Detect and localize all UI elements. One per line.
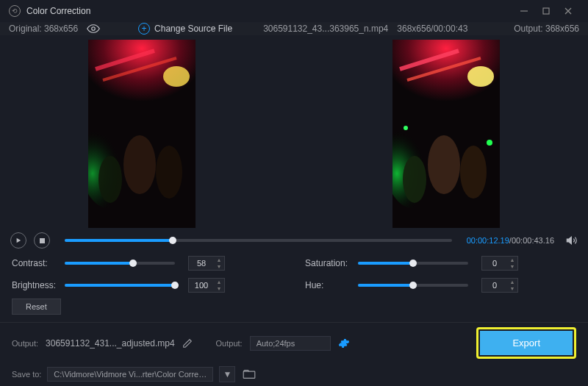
timeline-scrubber[interactable] — [65, 239, 452, 242]
change-source-file[interactable]: + Change Source File — [138, 23, 232, 35]
color-sliders: Contrast: 58▲▼ Saturation: 0▲▼ Brightnes… — [0, 249, 588, 299]
save-to-label: Save to: — [12, 370, 41, 379]
brightness-row: Brightness: 100▲▼ — [12, 278, 283, 293]
saturation-label: Saturation: — [305, 258, 349, 268]
close-button[interactable] — [557, 0, 579, 22]
svg-marker-26 — [567, 237, 571, 243]
source-dims-duration: 368x656/00:00:43 — [397, 24, 467, 34]
contrast-slider[interactable] — [65, 262, 175, 265]
hue-row: Hue: 0▲▼ — [305, 278, 576, 293]
output-dimensions: Output: 368x656 — [514, 24, 579, 34]
edit-filename-icon[interactable] — [182, 338, 193, 349]
minimize-button[interactable] — [513, 0, 535, 22]
svg-point-9 — [123, 135, 156, 194]
hue-value-input[interactable]: 0▲▼ — [481, 278, 518, 293]
preview-eye-icon[interactable] — [87, 22, 100, 35]
saturation-step-down[interactable]: ▼ — [507, 263, 517, 270]
path-dropdown-button[interactable]: ▼ — [219, 366, 235, 382]
brightness-slider[interactable] — [65, 284, 175, 287]
plus-icon: + — [138, 23, 150, 35]
brightness-step-down[interactable]: ▼ — [214, 285, 224, 292]
play-button[interactable] — [10, 232, 26, 249]
svg-point-24 — [404, 126, 408, 130]
svg-point-23 — [487, 140, 492, 146]
svg-rect-27 — [244, 371, 256, 378]
brightness-value-input[interactable]: 100▲▼ — [188, 278, 225, 293]
reset-button[interactable]: Reset — [12, 299, 61, 315]
reset-row: Reset — [0, 299, 588, 322]
export-highlight: Export — [476, 327, 576, 359]
svg-point-17 — [467, 66, 494, 87]
output-filename: 306591132_431..._adjusted.mp4 — [46, 338, 174, 349]
contrast-label: Contrast: — [12, 258, 56, 268]
contrast-row: Contrast: 58▲▼ — [12, 256, 283, 271]
gear-icon[interactable] — [338, 337, 350, 349]
svg-point-20 — [403, 156, 426, 203]
brightness-label: Brightness: — [12, 280, 56, 290]
contrast-step-down[interactable]: ▼ — [214, 263, 224, 270]
maximize-button[interactable] — [535, 0, 557, 22]
stop-button[interactable] — [34, 232, 50, 249]
original-dimensions: Original: 368x656 — [9, 24, 78, 34]
title-bar: ⟲ Color Correction — [0, 0, 588, 22]
app-logo-icon: ⟲ — [9, 5, 21, 17]
output-settings-label: Output: — [216, 339, 243, 348]
output-format-select[interactable]: Auto;24fps — [250, 336, 331, 351]
svg-point-4 — [92, 27, 96, 31]
original-preview — [88, 40, 196, 228]
svg-point-11 — [98, 156, 122, 203]
hue-label: Hue: — [305, 280, 349, 290]
contrast-step-up[interactable]: ▲ — [214, 257, 224, 263]
change-source-label: Change Source File — [154, 24, 232, 34]
output-row: Output: 306591132_431..._adjusted.mp4 Ou… — [0, 322, 588, 363]
preview-area — [0, 35, 588, 232]
svg-marker-25 — [17, 238, 21, 243]
saturation-row: Saturation: 0▲▼ — [305, 256, 576, 271]
saturation-value-input[interactable]: 0▲▼ — [481, 256, 518, 271]
output-preview — [392, 40, 500, 228]
svg-point-10 — [156, 146, 182, 199]
svg-rect-1 — [543, 8, 549, 14]
svg-point-8 — [163, 66, 190, 87]
saturation-slider[interactable] — [358, 262, 468, 265]
open-folder-button[interactable] — [241, 366, 257, 382]
hue-step-up[interactable]: ▲ — [507, 279, 517, 285]
brightness-step-up[interactable]: ▲ — [214, 279, 224, 285]
hue-step-down[interactable]: ▼ — [507, 285, 517, 292]
total-time: /00:00:43.16 — [509, 236, 554, 245]
saturation-step-up[interactable]: ▲ — [507, 257, 517, 263]
timecode: 00:00:12.19/00:00:43.16 — [467, 236, 554, 245]
output-file-label: Output: — [12, 339, 38, 348]
info-bar: Original: 368x656 + Change Source File 3… — [0, 22, 588, 35]
save-row: Save to: C:\Vidmore\Vidmore Vi...rter\Co… — [0, 363, 588, 386]
transport-bar: 00:00:12.19/00:00:43.16 — [0, 232, 588, 249]
hue-slider[interactable] — [358, 284, 468, 287]
contrast-value-input[interactable]: 58▲▼ — [188, 256, 225, 271]
window-title: Color Correction — [26, 6, 90, 16]
svg-point-18 — [428, 135, 460, 194]
source-filename: 306591132_43...363965_n.mp4 — [263, 24, 388, 34]
volume-icon[interactable] — [566, 235, 578, 246]
export-button[interactable]: Export — [480, 331, 573, 355]
svg-point-19 — [460, 146, 487, 199]
current-time: 00:00:12.19 — [467, 236, 509, 245]
save-path-field[interactable]: C:\Vidmore\Vidmore Vi...rter\Color Corre… — [47, 367, 213, 382]
